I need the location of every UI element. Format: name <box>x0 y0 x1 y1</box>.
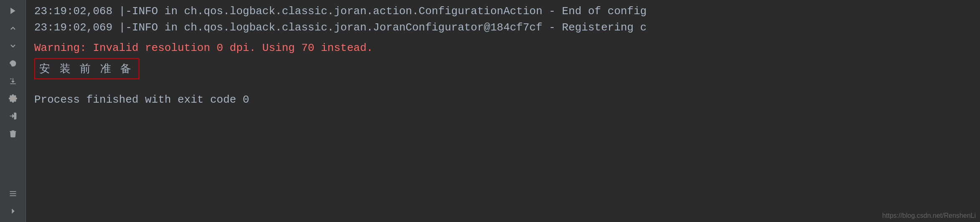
arrow-down-icon[interactable] <box>5 38 20 53</box>
login-icon[interactable] <box>5 108 20 124</box>
warning-line: Warning: Invalid resolution 0 dpi. Using… <box>34 40 980 56</box>
log-line-1: 23:19:02,068 |-INFO in ch.qos.logback.cl… <box>34 3 980 20</box>
watermark: https://blog.csdn.net/RenshenLi <box>882 212 976 219</box>
console-area: 23:19:02,068 |-INFO in ch.qos.logback.cl… <box>26 0 980 222</box>
console-content: 23:19:02,068 |-INFO in ch.qos.logback.cl… <box>26 0 980 222</box>
sidebar <box>0 0 26 222</box>
trash-icon[interactable] <box>5 126 20 141</box>
play-icon[interactable] <box>5 3 20 18</box>
arrow-up-icon[interactable] <box>5 21 20 36</box>
log-line-2: 23:19:02,069 |-INFO in ch.qos.logback.cl… <box>34 20 980 36</box>
chinese-text-box: 安 装 前 准 备 <box>34 58 139 79</box>
download-icon[interactable] <box>5 73 20 88</box>
reload-icon[interactable] <box>5 56 20 71</box>
settings-icon[interactable] <box>5 91 20 106</box>
chevron-right-icon[interactable] <box>5 204 20 219</box>
svg-marker-0 <box>10 8 15 14</box>
process-finished-line: Process finished with exit code 0 <box>34 92 980 108</box>
layers-icon[interactable] <box>5 186 20 201</box>
